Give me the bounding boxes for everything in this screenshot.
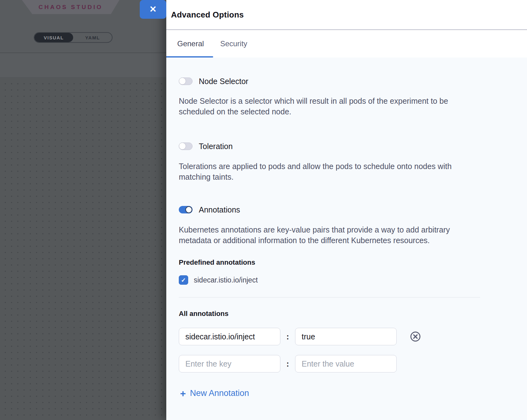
active-tab-underline (166, 56, 213, 58)
toleration-label: Toleration (199, 142, 233, 151)
toleration-description: Tolerations are applied to pods and allo… (179, 161, 480, 182)
general-tab-content: Node Selector Node Selector is a selecto… (166, 58, 527, 420)
toolbar-second-row (0, 53, 166, 78)
visual-yaml-toggle: VISUAL YAML (34, 32, 113, 43)
tab-general[interactable]: General (177, 39, 204, 48)
annotations-label: Annotations (199, 205, 240, 214)
annotation-row-empty: : (179, 355, 480, 372)
annotations-row: Annotations (179, 206, 480, 214)
toggle-knob (185, 206, 192, 213)
predefined-annotations-heading: Predefined annotations (179, 258, 480, 267)
drawer-header: Advanced Options (166, 0, 527, 30)
remove-annotation-button[interactable] (410, 331, 421, 342)
toleration-row: Toleration (179, 142, 480, 150)
page-title: Advanced Options (171, 10, 244, 20)
annotation-key-input[interactable] (179, 328, 280, 345)
tab-security[interactable]: Security (220, 39, 247, 48)
tab-yaml: YAML (73, 33, 112, 42)
toleration-toggle[interactable] (179, 142, 193, 150)
node-selector-description: Node Selector is a selector which will r… (179, 96, 480, 117)
drawer-tabs: General Security (166, 30, 527, 58)
close-icon: ✕ (149, 5, 157, 14)
node-selector-label: Node Selector (199, 77, 248, 86)
key-value-separator: : (280, 332, 295, 341)
toggle-knob (179, 142, 186, 150)
node-selector-toggle[interactable] (179, 78, 193, 85)
plus-icon: + (180, 389, 186, 398)
annotation-value-input[interactable] (295, 355, 397, 372)
tab-visual: VISUAL (34, 33, 73, 42)
advanced-options-drawer: Advanced Options General Security Node S… (166, 0, 527, 420)
annotations-description: Kubernetes annotations are key-value pai… (179, 224, 480, 246)
checkmark-icon: ✓ (181, 277, 186, 284)
node-selector-row: Node Selector (179, 77, 480, 85)
annotation-key-input[interactable] (179, 355, 280, 372)
circle-x-icon (410, 331, 421, 342)
sidecar-inject-checkbox[interactable]: ✓ (179, 275, 188, 285)
new-annotation-label: New Annotation (190, 388, 249, 398)
key-value-separator: : (280, 359, 295, 368)
dimmed-background-overlay: CHAOS STUDIO VISUAL YAML (0, 0, 166, 420)
section-divider (179, 297, 480, 298)
sidecar-inject-label: sidecar.istio.io/inject (194, 276, 258, 284)
all-annotations-heading: All annotations (179, 310, 480, 318)
annotations-toggle[interactable] (179, 206, 193, 213)
experiment-canvas (0, 78, 166, 420)
chaos-studio-label: CHAOS STUDIO (38, 4, 103, 11)
annotation-value-input[interactable] (295, 328, 397, 345)
predefined-annotation-item: ✓ sidecar.istio.io/inject (179, 275, 480, 285)
new-annotation-button[interactable]: + New Annotation (180, 388, 480, 398)
close-drawer-button[interactable]: ✕ (140, 0, 166, 19)
toggle-knob (179, 78, 186, 85)
chaos-studio-banner: CHAOS STUDIO (22, 0, 119, 14)
annotation-row: : (179, 328, 480, 345)
